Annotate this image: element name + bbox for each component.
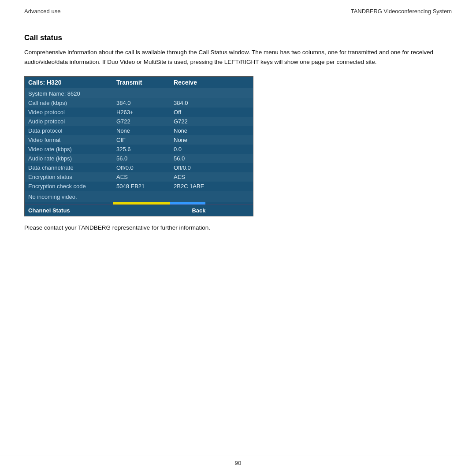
system-name-row: System Name: 8620 xyxy=(25,88,253,98)
header-center-label: TANDBERG Videoconferencing System xyxy=(351,8,452,15)
page-footer: 90 xyxy=(0,455,476,466)
row-label: Audio protocol xyxy=(28,118,116,125)
row-transmit-value: CIF xyxy=(116,136,174,144)
row-receive-value: 2B2C 1ABE xyxy=(174,182,231,190)
page-number: 90 xyxy=(235,460,241,466)
yellow-progress-bar xyxy=(113,202,170,205)
system-name-value: System Name: 8620 xyxy=(28,90,80,97)
section-description: Comprehensive information about the call… xyxy=(24,48,452,67)
row-transmit-value: 384.0 xyxy=(116,99,174,107)
panel-body: Call rate (kbps)384.0384.0Video protocol… xyxy=(25,98,253,191)
page-header: Advanced use TANDBERG Videoconferencing … xyxy=(0,0,476,20)
row-label: Encryption status xyxy=(28,173,116,181)
row-transmit-value: 5048 EB21 xyxy=(116,182,174,190)
row-receive-value: AES xyxy=(174,173,231,181)
no-incoming-row: No incoming video. xyxy=(25,191,253,202)
progress-bar-row xyxy=(25,202,253,205)
row-label: Data channel/rate xyxy=(28,164,116,171)
no-incoming-text: No incoming video. xyxy=(28,193,77,200)
row-receive-value: 0.0 xyxy=(174,145,231,153)
row-receive-value: 384.0 xyxy=(174,99,231,107)
back-button[interactable]: Back xyxy=(170,205,227,216)
row-receive-value: G722 xyxy=(174,118,231,125)
section-title: Call status xyxy=(24,33,452,42)
row-transmit-value: AES xyxy=(116,173,174,181)
row-label: Video format xyxy=(28,136,116,144)
table-row: Call rate (kbps)384.0384.0 xyxy=(25,98,253,108)
table-row: Audio protocolG722G722 xyxy=(25,117,253,126)
row-receive-value: None xyxy=(174,127,231,134)
row-label: Call rate (kbps) xyxy=(28,99,116,107)
table-row: Video protocolH263+Off xyxy=(25,108,253,117)
table-row: Encryption check code5048 EB212B2C 1ABE xyxy=(25,182,253,191)
row-transmit-value: Off/0.0 xyxy=(116,164,174,171)
blue-progress-bar xyxy=(170,202,205,205)
page-container: Advanced use TANDBERG Videoconferencing … xyxy=(0,0,476,476)
panel-header-col2: Transmit xyxy=(116,79,174,86)
row-transmit-value: H263+ xyxy=(116,108,174,116)
row-label: Encryption check code xyxy=(28,182,116,190)
table-row: Encryption statusAESAES xyxy=(25,172,253,182)
spacer-cell xyxy=(113,205,170,216)
channel-status-button[interactable]: Channel Status xyxy=(25,205,113,216)
row-receive-value: None xyxy=(174,136,231,144)
row-transmit-value: 56.0 xyxy=(116,155,174,162)
table-row: Video formatCIFNone xyxy=(25,135,253,145)
row-transmit-value: None xyxy=(116,127,174,134)
panel-header-col1: Calls: H320 xyxy=(28,79,116,86)
row-receive-value: Off/0.0 xyxy=(174,164,231,171)
table-row: Data channel/rateOff/0.0Off/0.0 xyxy=(25,163,253,172)
table-row: Video rate (kbps)325.60.0 xyxy=(25,145,253,154)
content-area: Call status Comprehensive information ab… xyxy=(0,20,476,231)
row-label: Data protocol xyxy=(28,127,116,134)
footer-text: Please contact your TANDBERG representat… xyxy=(24,224,452,231)
call-status-panel: Calls: H320 Transmit Receive System Name… xyxy=(24,76,253,216)
table-row: Data protocolNoneNone xyxy=(25,126,253,135)
row-receive-value: Off xyxy=(174,108,231,116)
row-transmit-value: 325.6 xyxy=(116,145,174,153)
bottom-buttons-row: Channel Status Back xyxy=(25,205,253,216)
row-transmit-value: G722 xyxy=(116,118,174,125)
table-row: Audio rate (kbps)56.056.0 xyxy=(25,154,253,163)
row-receive-value: 56.0 xyxy=(174,155,231,162)
panel-header-row: Calls: H320 Transmit Receive xyxy=(25,77,253,88)
panel-header-col3: Receive xyxy=(174,79,231,86)
row-label: Video protocol xyxy=(28,108,116,116)
row-label: Audio rate (kbps) xyxy=(28,155,116,162)
header-left-label: Advanced use xyxy=(24,8,60,15)
row-label: Video rate (kbps) xyxy=(28,145,116,153)
